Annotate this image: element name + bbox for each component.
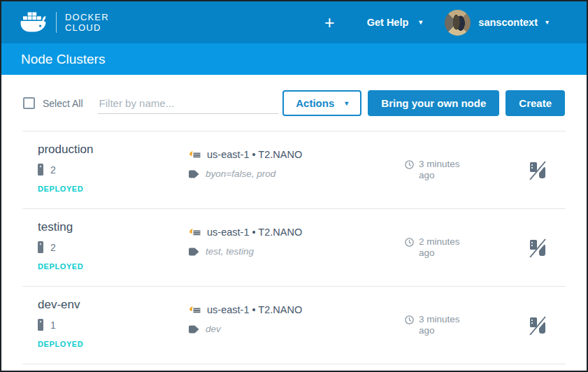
updated-time: 3 minutes ago <box>419 314 469 336</box>
tags-label: byon=false, prod <box>206 169 275 179</box>
user-avatar <box>445 10 471 36</box>
cluster-list: production 2 DEPLOYED <box>22 131 566 364</box>
region-instance-label: us-east-1 • T2.NANO <box>207 304 302 315</box>
region-instance-label: us-east-1 • T2.NANO <box>207 149 302 160</box>
brand-text: DOCKER CLOUD <box>65 12 109 33</box>
page-header: Node Clusters <box>1 43 587 75</box>
chevron-down-icon: ▾ <box>345 100 348 107</box>
page-title: Node Clusters <box>21 52 105 67</box>
toolbar: Select All Actions ▾ Bring your own node… <box>1 75 587 116</box>
cluster-name[interactable]: production <box>38 143 189 157</box>
chevron-down-icon: ▾ <box>419 19 422 26</box>
app-window: DOCKER CLOUD + Get Help ▾ sanscontext ▾ … <box>0 0 588 372</box>
select-all-label: Select All <box>43 98 83 109</box>
cluster-name[interactable]: dev-env <box>38 298 189 312</box>
clock-icon <box>405 159 414 169</box>
tags-label: dev <box>206 324 221 334</box>
node-count: 2 <box>50 242 56 253</box>
username: sanscontext <box>478 17 538 28</box>
cluster-row[interactable]: production 2 DEPLOYED <box>22 131 566 209</box>
select-all-checkbox[interactable] <box>23 97 35 109</box>
tags-label: test, testing <box>206 246 254 257</box>
aws-provider-icon <box>189 228 201 236</box>
tag-icon <box>189 170 199 178</box>
node-count: 2 <box>50 164 56 176</box>
create-button[interactable]: Create <box>505 90 565 116</box>
filter-input[interactable] <box>98 93 278 114</box>
brand[interactable]: DOCKER CLOUD <box>20 11 109 34</box>
aws-provider-icon <box>189 150 201 159</box>
updated-time: 3 minutes ago <box>419 159 469 181</box>
aws-provider-icon <box>189 306 201 314</box>
bring-your-own-node-button[interactable]: Bring your own node <box>368 90 499 116</box>
clock-icon <box>405 236 414 247</box>
app-header: DOCKER CLOUD + Get Help ▾ sanscontext ▾ <box>1 1 587 43</box>
node-count: 1 <box>50 320 56 331</box>
updated-time: 2 minutes ago <box>419 236 469 259</box>
cluster-row[interactable]: testing 2 DEPLOYED <box>22 209 566 287</box>
user-menu[interactable]: sanscontext ▾ <box>445 10 549 36</box>
tag-icon <box>189 248 199 256</box>
actions-button[interactable]: Actions ▾ <box>282 90 361 116</box>
metrics-disabled-icon <box>529 238 547 257</box>
docker-whale-logo-icon <box>20 11 48 34</box>
clock-icon <box>405 314 414 324</box>
chevron-down-icon: ▾ <box>545 19 549 26</box>
get-help-menu[interactable]: Get Help ▾ <box>367 17 423 28</box>
cluster-name[interactable]: testing <box>38 220 189 234</box>
status-badge: DEPLOYED <box>38 185 189 193</box>
region-instance-label: us-east-1 • T2.NANO <box>207 227 302 238</box>
status-badge: DEPLOYED <box>38 340 189 348</box>
metrics-disabled-icon <box>529 316 547 335</box>
status-badge: DEPLOYED <box>38 262 189 271</box>
cluster-row[interactable]: dev-env 1 DEPLOYED <box>22 287 566 364</box>
node-icon <box>38 319 43 331</box>
node-icon <box>38 241 43 253</box>
brand-divider <box>56 12 57 33</box>
metrics-disabled-icon <box>529 161 547 180</box>
add-button[interactable]: + <box>320 13 339 33</box>
node-icon <box>38 164 43 176</box>
tag-icon <box>189 325 199 334</box>
